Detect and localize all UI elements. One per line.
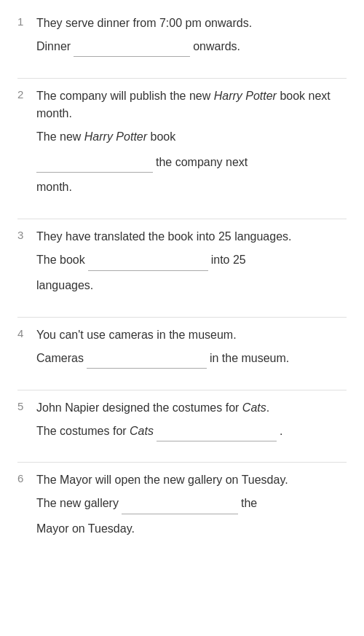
- answer-text-3a: The book: [36, 250, 85, 271]
- exercise-sentence-6: The Mayor will open the new gallery on T…: [36, 471, 347, 489]
- answer-row-4: Cameras in the museum.: [36, 348, 347, 369]
- answer-text-1b: onwards.: [193, 36, 240, 58]
- exercise-number-2: 2: [17, 87, 31, 101]
- exercise-sentence-3: They have translated the book into 25 la…: [36, 228, 347, 246]
- answer-input-1[interactable]: [74, 36, 190, 57]
- separator-5: [17, 462, 347, 463]
- exercise-3: 3 They have translated the book into 25 …: [17, 228, 347, 297]
- exercise-number-3: 3: [17, 228, 31, 241]
- answer-row-1: Dinner onwards.: [36, 36, 347, 58]
- answer-row-3b: languages.: [36, 275, 347, 297]
- answer-input-4[interactable]: [87, 348, 207, 369]
- exercise-sentence-2: The company will publish the new Harry P…: [36, 87, 347, 122]
- exercise-1: 1 They serve dinner from 7:00 pm onwards…: [17, 15, 347, 58]
- answer-text-4a: Cameras: [36, 348, 84, 369]
- answer-text-6c: Mayor on Tuesday.: [36, 519, 135, 540]
- exercise-4: 4 You can't use cameras in the museum. C…: [17, 326, 347, 369]
- exercise-number-4: 4: [17, 326, 31, 339]
- answer-input-2[interactable]: [36, 152, 153, 173]
- answer-text-2c: month.: [36, 177, 72, 198]
- exercise-5: 5 John Napier designed the costumes for …: [17, 399, 347, 442]
- answer-text-2b: the company next: [156, 152, 248, 173]
- separator-1: [17, 78, 347, 79]
- exercise-sentence-5: John Napier designed the costumes for Ca…: [36, 399, 347, 417]
- exercise-number-1: 1: [17, 15, 31, 28]
- answer-input-3[interactable]: [88, 251, 208, 271]
- exercise-6: 6 The Mayor will open the new gallery on…: [17, 471, 347, 540]
- answer-row-2a: The new Harry Potter book: [36, 127, 347, 148]
- answer-text-3b: into 25: [211, 250, 246, 271]
- answer-text-6b: the: [241, 493, 257, 514]
- answer-input-5[interactable]: [157, 421, 277, 441]
- exercise-number-6: 6: [17, 471, 31, 484]
- answer-row-2b: the company next: [36, 152, 347, 173]
- answer-row-5: The costumes for Cats .: [36, 421, 347, 442]
- answer-input-6[interactable]: [122, 494, 238, 514]
- answer-text-1a: Dinner: [36, 36, 71, 58]
- answer-row-2c: month.: [36, 177, 347, 198]
- exercise-sentence-4: You can't use cameras in the museum.: [36, 326, 347, 344]
- answer-text-3c: languages.: [36, 275, 93, 297]
- separator-2: [17, 219, 347, 219]
- answer-text-4b: in the museum.: [210, 348, 289, 369]
- answer-row-6b: Mayor on Tuesday.: [36, 519, 347, 540]
- exercise-2: 2 The company will publish the new Harry…: [17, 87, 347, 198]
- answer-row-3a: The book into 25: [36, 250, 347, 271]
- exercise-number-5: 5: [17, 399, 31, 412]
- answer-row-6a: The new gallery the: [36, 493, 347, 514]
- answer-text-5b: .: [280, 421, 282, 442]
- exercise-sentence-1: They serve dinner from 7:00 pm onwards.: [36, 15, 347, 32]
- answer-text-6a: The new gallery: [36, 493, 119, 514]
- answer-text-2a: The new Harry Potter book: [36, 127, 175, 148]
- separator-4: [17, 390, 347, 390]
- answer-text-5a: The costumes for Cats: [36, 421, 154, 442]
- separator-3: [17, 317, 347, 318]
